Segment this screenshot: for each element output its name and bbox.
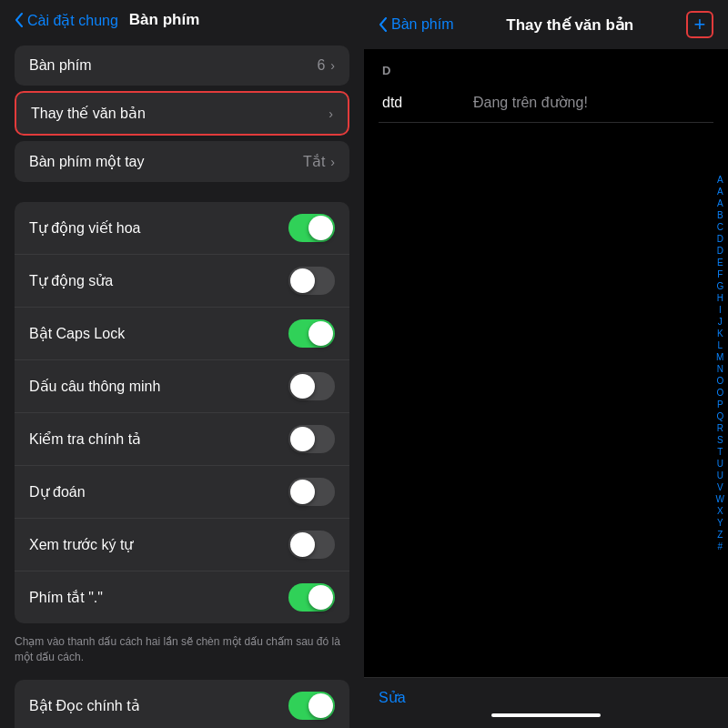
alpha-C[interactable]: C <box>717 222 723 233</box>
alpha-I[interactable]: I <box>719 305 722 316</box>
shortcut-label: Phím tắt "." <box>29 589 103 606</box>
keyboard-group: Bàn phím 6 › <box>15 46 349 86</box>
keyboard-count: 6 <box>317 57 325 74</box>
smart-punctuation-label: Dấu câu thông minh <box>29 378 160 395</box>
one-hand-label: Bàn phím một tay <box>29 153 145 170</box>
prediction-toggle[interactable] <box>288 478 335 506</box>
char-preview-item[interactable]: Xem trước ký tự <box>15 519 349 571</box>
toggles-group: Tự động viết hoa Tự động sửa Bật Caps Lo… <box>15 202 349 623</box>
alpha-U1[interactable]: U <box>717 459 723 470</box>
replacement-shortcut: dtd <box>382 95 473 111</box>
alpha-Y[interactable]: Y <box>717 518 723 529</box>
alpha-W[interactable]: W <box>716 494 724 505</box>
replacement-row[interactable]: dtd Đang trên đường! <box>379 83 713 123</box>
dictation-toggle[interactable] <box>288 692 335 720</box>
prediction-item[interactable]: Dự đoán <box>15 466 349 519</box>
prediction-label: Dự đoán <box>29 483 86 500</box>
one-hand-chevron-icon: › <box>330 155 335 169</box>
right-back-button[interactable]: Bàn phím <box>379 16 453 33</box>
replacement-item[interactable]: Thay thế văn bản › <box>16 93 348 134</box>
auto-capitalize-toggle[interactable] <box>288 214 335 242</box>
left-nav-bar: Cài đặt chung Bàn phím <box>0 0 364 40</box>
alpha-Z[interactable]: Z <box>717 530 723 541</box>
alpha-P[interactable]: P <box>717 399 723 410</box>
char-preview-toggle[interactable] <box>288 531 335 559</box>
alpha-X[interactable]: X <box>717 506 723 517</box>
alpha-D1[interactable]: D <box>717 234 723 245</box>
left-chevron-icon <box>15 13 24 27</box>
replacement-phrase: Đang trên đường! <box>473 94 710 111</box>
auto-correct-item[interactable]: Tự động sửa <box>15 255 349 308</box>
alpha-V[interactable]: V <box>717 482 723 493</box>
add-icon: + <box>694 13 706 36</box>
alpha-H[interactable]: H <box>717 293 723 304</box>
right-nav-bar: Bàn phím Thay thế văn bản + <box>364 0 728 49</box>
alpha-U2[interactable]: U <box>717 470 723 481</box>
replacement-group: Thay thế văn bản › <box>15 91 349 136</box>
alpha-O1[interactable]: O <box>716 376 723 387</box>
home-indicator <box>491 713 601 717</box>
caps-lock-toggle[interactable] <box>288 319 335 348</box>
auto-correct-toggle[interactable] <box>288 267 335 295</box>
keyboard-chevron-icon: › <box>330 58 335 73</box>
auto-capitalize-label: Tự động viết hoa <box>29 219 141 237</box>
alpha-L[interactable]: L <box>717 340 723 351</box>
spell-check-toggle[interactable] <box>288 425 335 453</box>
one-hand-item[interactable]: Bàn phím một tay Tắt › <box>15 141 349 182</box>
alpha-F[interactable]: F <box>717 269 723 280</box>
alpha-E[interactable]: E <box>717 258 723 268</box>
alpha-S[interactable]: S <box>717 435 723 446</box>
edit-button[interactable]: Sửa <box>379 690 406 705</box>
replacement-label: Thay thế văn bản <box>31 105 146 122</box>
smart-punctuation-item[interactable]: Dấu câu thông minh <box>15 360 349 413</box>
one-hand-value: Tắt <box>303 153 325 170</box>
smart-punctuation-toggle[interactable] <box>288 372 335 400</box>
alpha-T[interactable]: T <box>717 447 723 458</box>
one-hand-group: Bàn phím một tay Tắt › <box>15 141 349 182</box>
add-replacement-button[interactable]: + <box>686 11 713 38</box>
spell-check-item[interactable]: Kiểm tra chính tả <box>15 413 349 466</box>
left-panel: Cài đặt chung Bàn phím Bàn phím 6 › Thay… <box>0 0 364 728</box>
alpha-J[interactable]: J <box>718 317 723 328</box>
alpha-Q[interactable]: Q <box>716 411 723 422</box>
caps-lock-label: Bật Caps Lock <box>29 325 125 342</box>
left-back-label: Cài đặt chung <box>27 12 118 29</box>
alpha-A3[interactable]: A <box>717 198 723 209</box>
spell-check-label: Kiểm tra chính tả <box>29 430 141 448</box>
alpha-D2[interactable]: D <box>717 246 723 257</box>
char-preview-label: Xem trước ký tự <box>29 536 133 553</box>
right-panel: Bàn phím Thay thế văn bản + D dtd Đang t… <box>364 0 728 728</box>
alpha-hash[interactable]: # <box>717 541 723 552</box>
alpha-O2[interactable]: O <box>716 388 723 399</box>
keyboard-item[interactable]: Bàn phím 6 › <box>15 46 349 86</box>
section-d-label: D <box>379 64 713 77</box>
replacement-chevron-icon: › <box>329 106 333 121</box>
right-content: D dtd Đang trên đường! A A A B C D D E F… <box>364 49 728 677</box>
dictation-toggle-label: Bật Đọc chính tả <box>29 697 140 714</box>
caps-lock-item[interactable]: Bật Caps Lock <box>15 308 349 360</box>
hint-text: Chạm vào thanh dấu cách hai lần sẽ chèn … <box>0 629 364 674</box>
alpha-B[interactable]: B <box>717 210 723 221</box>
alpha-A2[interactable]: A <box>717 187 723 197</box>
right-back-label: Bàn phím <box>391 16 453 33</box>
alpha-R[interactable]: R <box>717 423 723 434</box>
alpha-G[interactable]: G <box>716 281 723 292</box>
alphabet-index: A A A B C D D E F G H I J K L M N O O P … <box>716 175 724 552</box>
shortcut-toggle[interactable] <box>288 583 335 612</box>
alpha-A1[interactable]: A <box>717 175 723 186</box>
keyboard-label: Bàn phím <box>29 57 91 74</box>
dictation-toggle-item[interactable]: Bật Đọc chính tả <box>15 680 349 728</box>
alpha-M[interactable]: M <box>716 352 723 363</box>
one-hand-right: Tắt › <box>303 153 335 170</box>
shortcut-item[interactable]: Phím tắt "." <box>15 571 349 623</box>
alpha-N[interactable]: N <box>717 364 723 375</box>
auto-capitalize-item[interactable]: Tự động viết hoa <box>15 202 349 255</box>
auto-correct-label: Tự động sửa <box>29 272 113 289</box>
dictation-group: Bật Đọc chính tả Ngôn ngữ Đọc chính tả › <box>15 680 349 728</box>
left-title: Bàn phím <box>129 11 199 29</box>
alpha-K[interactable]: K <box>717 329 723 339</box>
right-title: Thay thế văn bản <box>453 15 686 35</box>
replacement-right: › <box>329 106 333 121</box>
left-back-button[interactable]: Cài đặt chung <box>15 12 118 29</box>
right-chevron-icon <box>379 17 388 32</box>
